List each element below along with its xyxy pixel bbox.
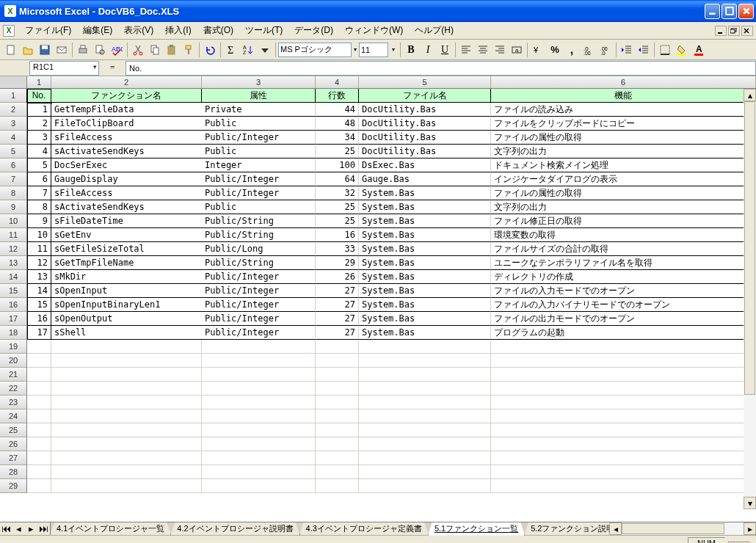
cell[interactable]: [316, 437, 359, 451]
cell[interactable]: 100: [316, 158, 359, 172]
row-header[interactable]: 19: [0, 340, 27, 354]
cell[interactable]: [491, 479, 756, 493]
row-header[interactable]: 9: [0, 200, 27, 214]
cell[interactable]: 機能: [491, 89, 756, 103]
merge-center-button[interactable]: a: [509, 42, 525, 58]
menu-item[interactable]: ファイル(F): [19, 23, 77, 38]
cell[interactable]: [51, 382, 202, 396]
cell[interactable]: System.Bas: [359, 326, 491, 340]
cell[interactable]: [359, 479, 491, 493]
cell[interactable]: GaugeDisplay: [51, 172, 202, 186]
cell[interactable]: System.Bas: [359, 214, 491, 228]
cell[interactable]: Public: [202, 117, 316, 131]
cell[interactable]: DocUtility.Bas: [359, 145, 491, 158]
cell[interactable]: sActivateSendKeys: [51, 145, 202, 158]
cell[interactable]: [491, 368, 756, 382]
cell[interactable]: 16: [316, 228, 359, 242]
cell[interactable]: 32: [316, 186, 359, 200]
decrease-decimal-button[interactable]: .00.0: [597, 42, 614, 58]
cell[interactable]: 6: [27, 172, 51, 186]
cell[interactable]: No.: [27, 89, 51, 103]
tab-prev-button[interactable]: ◂: [12, 522, 25, 535]
cell[interactable]: [202, 423, 316, 437]
cell[interactable]: 25: [316, 214, 359, 228]
cell[interactable]: [316, 368, 359, 382]
cell[interactable]: Public/Integer: [202, 326, 316, 340]
row-header[interactable]: 21: [0, 368, 27, 382]
cell[interactable]: ファイルの入力バイナリモードでのオープン: [491, 298, 756, 312]
cell[interactable]: [51, 354, 202, 368]
align-left-button[interactable]: [458, 42, 474, 58]
save-button[interactable]: [37, 42, 53, 58]
cell[interactable]: インジケータダイアログの表示: [491, 172, 756, 186]
cell[interactable]: [27, 396, 51, 409]
cell[interactable]: ファイルの属性の取得: [491, 131, 756, 145]
fill-color-button[interactable]: [674, 42, 690, 58]
cell[interactable]: 16: [27, 312, 51, 326]
cell[interactable]: Public/String: [202, 228, 316, 242]
scroll-up-button[interactable]: ▴: [744, 89, 756, 101]
cell[interactable]: [27, 479, 51, 493]
cell[interactable]: [27, 354, 51, 368]
email-button[interactable]: [54, 42, 70, 58]
print-button[interactable]: [75, 42, 91, 58]
menu-item[interactable]: 編集(E): [77, 23, 118, 38]
menu-item[interactable]: ヘルプ(H): [409, 23, 459, 38]
row-header[interactable]: 8: [0, 186, 27, 200]
cell[interactable]: Public: [202, 200, 316, 214]
cell[interactable]: 33: [316, 242, 359, 256]
tab-next-button[interactable]: ▸: [25, 522, 37, 535]
row-header[interactable]: 20: [0, 354, 27, 368]
col-header[interactable]: 4: [316, 76, 359, 88]
mdi-minimize-button[interactable]: [715, 26, 727, 36]
decrease-indent-button[interactable]: [619, 42, 635, 58]
cell[interactable]: Private: [202, 103, 316, 117]
cell[interactable]: [27, 340, 51, 354]
cell[interactable]: 3: [27, 131, 51, 145]
sheet-tab[interactable]: 5.2ファンクション説明書: [524, 522, 609, 536]
cell[interactable]: [202, 409, 316, 423]
cell[interactable]: ファイル名: [359, 89, 491, 103]
sheet-tab[interactable]: 4.3イベントプロシージャ定義書: [299, 522, 429, 536]
cell[interactable]: [359, 382, 491, 396]
col-header[interactable]: 1: [27, 76, 51, 88]
cell[interactable]: [202, 396, 316, 409]
cell[interactable]: [51, 479, 202, 493]
cell[interactable]: 29: [316, 256, 359, 270]
cell[interactable]: [359, 368, 491, 382]
col-header[interactable]: 5: [359, 76, 491, 88]
cell[interactable]: sOpenOutput: [51, 312, 202, 326]
menu-item[interactable]: ウィンドウ(W): [339, 23, 409, 38]
maximize-button[interactable]: [722, 4, 737, 19]
cell[interactable]: [27, 409, 51, 423]
cell[interactable]: 1: [27, 103, 51, 117]
cell[interactable]: System.Bas: [359, 186, 491, 200]
cell[interactable]: Public/Integer: [202, 270, 316, 284]
cell[interactable]: sFileAccess: [51, 186, 202, 200]
cell[interactable]: DocSerExec: [51, 158, 202, 172]
cell[interactable]: ファイルサイズの合計の取得: [491, 242, 756, 256]
cell[interactable]: Public/Integer: [202, 298, 316, 312]
cell[interactable]: [359, 451, 491, 465]
row-header[interactable]: 27: [0, 451, 27, 465]
cell[interactable]: 12: [27, 256, 51, 270]
cell[interactable]: System.Bas: [359, 298, 491, 312]
cell[interactable]: [491, 465, 756, 479]
cell[interactable]: ファイルの出力モードでのオープン: [491, 312, 756, 326]
vertical-scrollbar[interactable]: ▴ ▾: [744, 89, 756, 509]
cell[interactable]: sGetTmpFileName: [51, 256, 202, 270]
cell[interactable]: 14: [27, 284, 51, 298]
cell[interactable]: [491, 354, 756, 368]
menu-item[interactable]: 挿入(I): [159, 23, 197, 38]
cell[interactable]: System.Bas: [359, 270, 491, 284]
cell[interactable]: ディレクトリの作成: [491, 270, 756, 284]
cell[interactable]: Public/Long: [202, 242, 316, 256]
cell[interactable]: 13: [27, 270, 51, 284]
close-button[interactable]: [738, 4, 754, 19]
cell[interactable]: sOpenInput: [51, 284, 202, 298]
cell[interactable]: [51, 451, 202, 465]
percent-button[interactable]: %: [547, 42, 563, 58]
increase-decimal-button[interactable]: .0.00: [581, 42, 597, 58]
cell[interactable]: [202, 354, 316, 368]
cell[interactable]: System.Bas: [359, 200, 491, 214]
